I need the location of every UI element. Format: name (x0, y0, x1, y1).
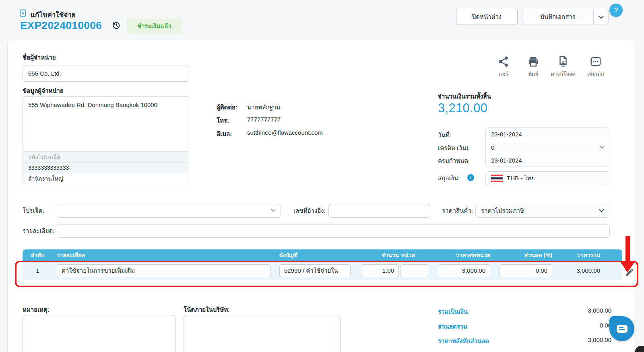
items-table-header: ลำดับ รายละเอียด ผังบัญชี จำนวน หน่วย รา… (23, 249, 622, 261)
chevron-down-icon (271, 207, 275, 212)
item-unit-price-input[interactable]: 3,000.00 (438, 264, 490, 277)
column-header-unit: หน่วย (401, 249, 429, 261)
item-account-input[interactable]: 52990 / ค่าใช้จ่ายใน (279, 264, 351, 277)
chevron-down-icon (599, 14, 604, 19)
project-select[interactable] (57, 204, 281, 218)
credit-days-value: 0 (491, 144, 494, 151)
chevron-down-icon (600, 144, 604, 148)
page-title: แก้ไขค่าใช้จ่าย (31, 9, 76, 20)
item-quantity-input[interactable]: 1.00 (361, 264, 399, 277)
branch-input[interactable]: สำนักงานใหญ่ (23, 173, 188, 184)
corner-overlay (635, 346, 644, 352)
reference-input[interactable] (328, 204, 430, 218)
after-discount-value: 3,000.00 (531, 336, 611, 343)
internal-note-textarea[interactable] (184, 315, 341, 352)
save-document-label: บันทึกเอกสาร (522, 9, 593, 25)
history-icon[interactable] (112, 21, 121, 31)
remark-textarea[interactable] (23, 315, 175, 352)
print-icon (527, 56, 539, 68)
email-label: อีเมล: (217, 129, 232, 139)
save-options-toggle[interactable] (594, 9, 608, 25)
column-header-total: ราคารวม (558, 249, 600, 261)
issue-date-label: วันที่: (438, 130, 451, 140)
credit-days-label: เครดิต (วัน): (438, 143, 470, 153)
document-number: EXP2024010006 (20, 19, 102, 32)
credit-days-select[interactable]: 0 (486, 141, 609, 154)
download-label: ดาวน์โหลด (548, 70, 578, 78)
print-button[interactable]: พิมพ์ (518, 56, 548, 78)
description-label: รายละเอียด: (23, 226, 54, 236)
more-label: เพิ่มเติม (581, 70, 611, 78)
postal-code-input[interactable]: รหัสไปรษณีย์ (23, 151, 188, 162)
items-table: ลำดับ รายละเอียด ผังบัญชี จำนวน หน่วย รา… (23, 249, 622, 280)
total-discount-value: 0.00 (531, 322, 611, 329)
vendor-info-label: ข้อมูลผู้จำหน่าย (23, 86, 64, 96)
description-input[interactable] (57, 224, 610, 238)
issue-date-input[interactable]: 23-01-2024 (486, 128, 609, 141)
column-header-discount: ส่วนลด (%) (500, 249, 552, 261)
more-icon (590, 56, 602, 68)
subtotal-value: 3,000.00 (531, 307, 611, 314)
chat-icon (617, 325, 627, 333)
after-discount-label[interactable]: ราคาหลังหักส่วนลด (438, 336, 489, 346)
internal-note-label: โน้ตภายในบริษัท: (184, 305, 230, 315)
help-button[interactable]: ? (609, 4, 623, 17)
annotation-arrow (625, 236, 630, 263)
vendor-name-input[interactable]: 555 Co.,Ltd. (23, 66, 188, 82)
chat-widget-button[interactable] (609, 316, 634, 341)
print-label: พิมพ์ (518, 70, 548, 78)
email-value: sutthinee@flowaccount.com (247, 129, 323, 136)
contact-person-label: ผู้ติดต่อ: (217, 103, 237, 112)
vendor-name-label: ชื่อผู้จำหน่าย (23, 53, 56, 62)
more-button[interactable]: เพิ่มเติม (581, 56, 611, 78)
row-number: 1 (29, 261, 47, 280)
date-credit-group: 23-01-2024 0 23-01-2024 (485, 128, 609, 167)
phone-label: โทร: (217, 116, 229, 126)
save-document-button[interactable]: บันทึกเอกสาร (522, 9, 609, 25)
currency-select[interactable]: THB - ไทย (485, 171, 609, 185)
currency-value: THB - ไทย (507, 173, 535, 183)
share-button[interactable]: แชร์ (489, 56, 518, 78)
info-icon[interactable]: i (467, 174, 474, 181)
reference-label: เลขที่อ้างอิง: (293, 206, 326, 216)
download-pdf-icon (557, 56, 569, 68)
annotation-arrowhead (621, 262, 634, 273)
project-label: โปรเจ็ค: (23, 206, 44, 216)
item-unit-input[interactable] (400, 264, 429, 277)
vendor-address-input[interactable]: 555 Wiphawadee Rd. Donmung Bangkok 10000 (23, 97, 188, 151)
due-date-label: ครบกำหนด: (438, 156, 470, 166)
column-header-no: ลำดับ (29, 249, 47, 261)
download-button[interactable]: ดาวน์โหลด (548, 56, 578, 78)
table-row: 1 ค่าใช้จ่ายในการขายเพิ่มเติม 52990 / ค่… (23, 261, 622, 280)
contact-person-value: นายหลักฐาน (247, 103, 281, 112)
column-header-quantity: จำนวน (357, 249, 399, 261)
expense-form-card: ชื่อผู้จำหน่าย 555 Co.,Ltd. ข้อมูลผู้จำห… (7, 39, 634, 352)
share-icon (497, 56, 510, 68)
column-header-account: ผังบัญชี (279, 249, 297, 261)
item-total-value: 3,000.00 (558, 261, 600, 280)
total-discount-label[interactable]: ส่วนลดรวม (438, 322, 467, 331)
phone-value: 7777777777 (247, 116, 281, 123)
due-date-input[interactable]: 23-01-2024 (486, 154, 609, 167)
currency-label: สกุลเงิน: (438, 173, 460, 183)
chevron-down-icon (599, 207, 604, 212)
price-type-select[interactable]: ราคาไม่รวมภาษี (475, 204, 609, 218)
close-window-button[interactable]: ปิดหน้าต่าง (456, 9, 518, 25)
remark-label: หมายเหตุ: (23, 305, 50, 315)
vendor-info-group: 555 Wiphawadee Rd. Donmung Bangkok 10000… (23, 96, 188, 184)
tax-id-input[interactable]: 3333333333333 (23, 162, 188, 173)
share-label: แชร์ (489, 70, 518, 78)
subtotal-label[interactable]: รวมเป็นเงิน (438, 307, 468, 317)
item-discount-input[interactable]: 0.00 (500, 264, 552, 277)
item-description-input[interactable]: ค่าใช้จ่ายในการขายเพิ่มเติม (57, 264, 271, 277)
column-header-description: รายละเอียด (57, 249, 85, 261)
price-type-value: ราคาไม่รวมภาษี (481, 206, 524, 216)
document-icon (20, 9, 27, 19)
price-type-label: ราคาสินค้า: (442, 206, 473, 216)
thai-flag-icon (491, 175, 503, 182)
grand-total-label: จำนวนเงินรวมทั้งสิ้น (438, 92, 491, 101)
status-badge: ชำระเงินแล้ว (127, 19, 182, 34)
column-header-unit-price: ราคาต่อหน่วย (438, 249, 490, 261)
grand-total-value: 3,210.00 (438, 101, 487, 115)
